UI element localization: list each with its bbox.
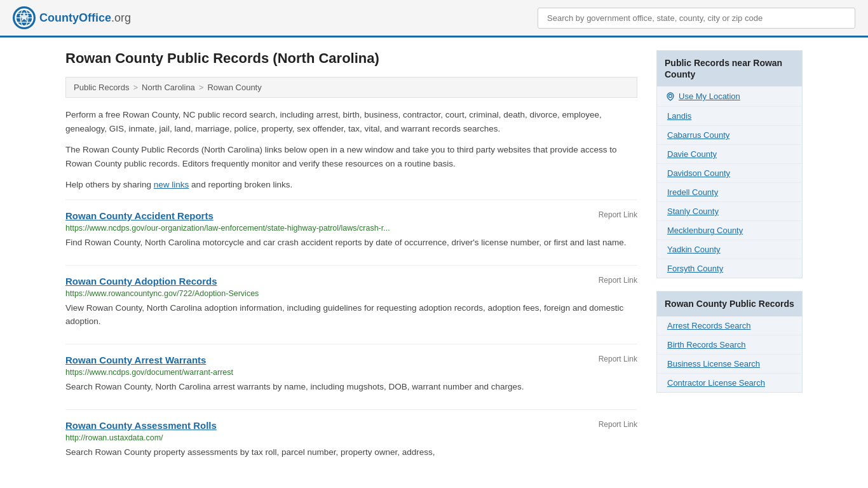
- record-desc: View Rowan County, North Carolina adopti…: [65, 302, 637, 329]
- new-links-link[interactable]: new links: [154, 180, 189, 189]
- nearby-section: Public Records near Rowan County Use My …: [656, 50, 803, 278]
- record-entry: Rowan County Adoption RecordsReport Link…: [65, 265, 637, 329]
- report-link[interactable]: Report Link: [599, 355, 637, 363]
- report-link[interactable]: Report Link: [599, 276, 637, 285]
- record-entry: Rowan County Arrest WarrantsReport Linkh…: [65, 344, 637, 394]
- sidebar-rowan-link[interactable]: Arrest Records Search: [657, 316, 802, 336]
- record-title[interactable]: Rowan County Assessment Rolls: [65, 420, 217, 431]
- sidebar-nearby-link[interactable]: Cabarrus County: [657, 126, 802, 145]
- record-header: Rowan County Accident ReportsReport Link: [65, 210, 637, 221]
- record-title[interactable]: Rowan County Accident Reports: [65, 210, 214, 221]
- report-link[interactable]: Report Link: [599, 420, 637, 429]
- header: CountyOffice.org: [0, 0, 868, 37]
- breadcrumb-sep-2: >: [199, 83, 204, 92]
- breadcrumb: Public Records > North Carolina > Rowan …: [65, 77, 637, 98]
- logo-icon: [13, 6, 36, 29]
- search-input[interactable]: [538, 8, 855, 29]
- logo-text: CountyOffice.org: [39, 11, 131, 25]
- record-desc: Search Rowan County property assessments…: [65, 446, 637, 459]
- record-entry: Rowan County Accident ReportsReport Link…: [65, 200, 637, 250]
- record-url[interactable]: https://www.ncdps.gov/document/warrant-a…: [65, 368, 637, 377]
- logo-org: .org: [111, 11, 131, 24]
- breadcrumb-north-carolina[interactable]: North Carolina: [142, 83, 195, 92]
- record-entry: Rowan County Assessment RollsReport Link…: [65, 409, 637, 459]
- logo-county: CountyOffice: [39, 11, 111, 24]
- record-title[interactable]: Rowan County Adoption Records: [65, 276, 217, 287]
- sidebar-nearby-link[interactable]: Davidson County: [657, 164, 802, 183]
- svg-point-8: [669, 94, 672, 97]
- sidebar-nearby-link[interactable]: Iredell County: [657, 183, 802, 202]
- record-header: Rowan County Arrest WarrantsReport Link: [65, 355, 637, 365]
- sidebar-nearby-link[interactable]: Stanly County: [657, 202, 802, 221]
- intro3-prefix: Help others by sharing: [65, 180, 154, 189]
- record-header: Rowan County Assessment RollsReport Link: [65, 420, 637, 431]
- record-url[interactable]: https://www.rowancountync.gov/722/Adopti…: [65, 289, 637, 298]
- breadcrumb-rowan-county: Rowan County: [207, 83, 261, 92]
- use-my-location[interactable]: Use My Location: [657, 86, 802, 107]
- record-desc: Search Rowan County, North Carolina arre…: [65, 381, 637, 394]
- intro-paragraph-1: Perform a free Rowan County, NC public r…: [65, 108, 637, 135]
- sidebar-nearby-link[interactable]: Landis: [657, 107, 802, 126]
- use-my-location-label: Use My Location: [679, 92, 740, 101]
- content: Rowan County Public Records (North Carol…: [65, 50, 637, 475]
- sidebar-nearby-link[interactable]: Davie County: [657, 145, 802, 164]
- records-container: Rowan County Accident ReportsReport Link…: [65, 200, 637, 459]
- intro-paragraph-3: Help others by sharing new links and rep…: [65, 178, 637, 192]
- intro3-suffix: and reporting broken links.: [189, 180, 292, 189]
- breadcrumb-sep-1: >: [133, 83, 138, 92]
- sidebar-rowan-link[interactable]: Contractor License Search: [657, 374, 802, 392]
- main-container: Rowan County Public Records (North Carol…: [53, 37, 815, 487]
- sidebar-nearby-link[interactable]: Mecklenburg County: [657, 221, 802, 240]
- report-link[interactable]: Report Link: [599, 210, 637, 219]
- record-desc: Find Rowan County, North Carolina motorc…: [65, 236, 637, 250]
- record-url[interactable]: https://www.ncdps.gov/our-organization/l…: [65, 224, 637, 233]
- sidebar-rowan-link[interactable]: Business License Search: [657, 355, 802, 374]
- rowan-records-title: Rowan County Public Records: [657, 292, 802, 316]
- sidebar-nearby-link[interactable]: Yadkin County: [657, 240, 802, 259]
- rowan-links: Arrest Records SearchBirth Records Searc…: [657, 316, 802, 392]
- nearby-links: LandisCabarrus CountyDavie CountyDavidso…: [657, 107, 802, 278]
- record-url[interactable]: http://rowan.ustaxdata.com/: [65, 433, 637, 442]
- record-header: Rowan County Adoption RecordsReport Link: [65, 276, 637, 287]
- breadcrumb-public-records[interactable]: Public Records: [74, 83, 129, 92]
- search-bar: [538, 8, 855, 29]
- sidebar: Public Records near Rowan County Use My …: [656, 50, 803, 475]
- sidebar-nearby-link[interactable]: Forsyth County: [657, 259, 802, 278]
- rowan-records-section: Rowan County Public Records Arrest Recor…: [656, 291, 803, 392]
- sidebar-rowan-link[interactable]: Birth Records Search: [657, 336, 802, 355]
- location-icon: [666, 92, 675, 101]
- page-title: Rowan County Public Records (North Carol…: [65, 50, 637, 67]
- nearby-section-title: Public Records near Rowan County: [657, 51, 802, 86]
- record-title[interactable]: Rowan County Arrest Warrants: [65, 355, 206, 365]
- logo[interactable]: CountyOffice.org: [13, 6, 131, 29]
- intro-paragraph-2: The Rowan County Public Records (North C…: [65, 143, 637, 170]
